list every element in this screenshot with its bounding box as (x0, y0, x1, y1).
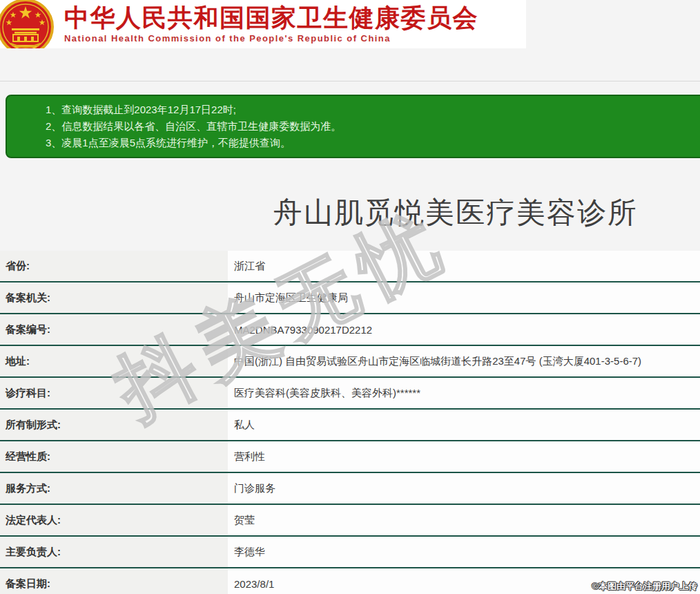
site-title-chinese: 中华人民共和国国家卫生健康委员会 (64, 5, 478, 31)
notice-box: 1、查询数据截止到2023年12月17日22时; 2、信息数据结果以各省、自治区… (6, 95, 700, 158)
row-value: 浙江省 (228, 251, 700, 281)
header-titles: 中华人民共和国国家卫生健康委员会 National Health Commiss… (64, 0, 478, 44)
row-label: 所有制形式: (0, 410, 228, 440)
site-title-english: National Health Commission of the People… (64, 33, 478, 44)
table-row-province: 省份: 浙江省 (0, 251, 700, 282)
row-value: 门诊服务 (228, 473, 700, 504)
notice-line-2: 2、信息数据结果以各省、自治区、直辖市卫生健康委数据为准。 (46, 118, 699, 135)
table-row-operating-nature: 经营性质: 营利性 (0, 441, 700, 473)
row-label: 服务方式: (0, 473, 228, 504)
clinic-name-title: 舟山肌觅悦美医疗美容诊所 (211, 193, 700, 232)
table-row-filing-number: 备案编号: MA2DNBA7933090217D2212 (0, 314, 700, 346)
notice-line-3: 3、凌晨1点至凌晨5点系统进行维护，不能提供查询。 (46, 135, 699, 151)
site-header: 中华人民共和国国家卫生健康委员会 National Health Commiss… (0, 0, 526, 48)
row-value: 中国(浙江) 自由贸易试验区舟山市定海区临城街道长升路23至47号 (玉湾大厦4… (228, 346, 700, 376)
row-label: 省份: (0, 251, 228, 281)
table-row-service-mode: 服务方式: 门诊服务 (0, 473, 700, 505)
notice-line-1: 1、查询数据截止到2023年12月17日22时; (46, 102, 699, 118)
row-label: 备案日期: (0, 568, 228, 594)
row-value: 贺莹 (228, 505, 700, 535)
table-row-filing-authority: 备案机关: 舟山市定海区卫生健康局 (0, 282, 700, 314)
row-label: 备案编号: (0, 314, 228, 345)
table-row-ownership: 所有制形式: 私人 (0, 410, 700, 441)
row-label: 主要负责人: (0, 537, 228, 567)
row-value: 李德华 (228, 537, 700, 567)
table-row-legal-representative: 法定代表人: 贺莹 (0, 505, 700, 537)
clinic-info-table: 省份: 浙江省 备案机关: 舟山市定海区卫生健康局 备案编号: MA2DNBA7… (0, 251, 700, 594)
row-value: 营利性 (228, 441, 700, 472)
table-row-address: 地址: 中国(浙江) 自由贸易试验区舟山市定海区临城街道长升路23至47号 (玉… (0, 346, 700, 378)
national-emblem-icon (0, 0, 55, 48)
header-divider (0, 81, 700, 82)
row-value: 私人 (228, 410, 700, 440)
row-label: 经营性质: (0, 441, 228, 472)
row-label: 法定代表人: (0, 505, 228, 535)
row-label: 诊疗科目: (0, 378, 228, 408)
row-value: 医疗美容科(美容皮肤科、美容外科)****** (228, 378, 700, 408)
table-row-medical-subjects: 诊疗科目: 医疗美容科(美容皮肤科、美容外科)****** (0, 378, 700, 410)
table-row-principal: 主要负责人: 李德华 (0, 537, 700, 568)
row-label: 地址: (0, 346, 228, 376)
row-value: 舟山市定海区卫生健康局 (228, 282, 700, 313)
row-value: MA2DNBA7933090217D2212 (228, 314, 700, 345)
upload-attribution-watermark: ©本图由平台注册用户上传 (592, 580, 697, 593)
row-label: 备案机关: (0, 282, 228, 313)
